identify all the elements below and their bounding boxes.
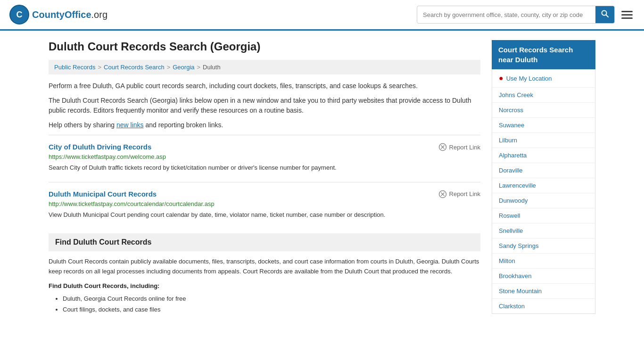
intro-para-1: Perform a free Duluth, GA public court r… xyxy=(49,81,480,91)
intro-para-2: The Duluth Court Records Search (Georgia… xyxy=(49,96,480,115)
report-icon-1 xyxy=(438,143,447,151)
resource-title-2[interactable]: Duluth Municipal Court Records xyxy=(49,190,157,198)
svg-line-4 xyxy=(606,15,609,17)
resource-url-2: http://www.ticketfastpay.com/courtcalend… xyxy=(49,200,480,207)
menu-line-1 xyxy=(621,11,633,12)
report-link-label-2: Report Link xyxy=(449,190,480,197)
resource-title-1[interactable]: City of Duluth Driving Records xyxy=(49,143,151,151)
find-list-item-1: Duluth, Georgia Court Records online for… xyxy=(63,293,480,304)
logo-text: CountyOffice.org xyxy=(32,9,107,20)
search-icon xyxy=(601,10,609,17)
sidebar-link-alpharetta[interactable]: Alpharetta xyxy=(492,148,595,163)
find-list-item-2: Court filings, dockets, and case files xyxy=(63,304,480,315)
intro-para-3-prefix: Help others by sharing xyxy=(49,121,116,129)
use-my-location-link[interactable]: ● Use My Location xyxy=(492,69,595,88)
sidebar-link-johns-creek[interactable]: Johns Creek xyxy=(492,88,595,103)
resource-desc-2: View Duluth Municipal Court pending cour… xyxy=(49,210,480,220)
breadcrumb-sep-2: > xyxy=(167,64,171,71)
sidebar-link-doraville[interactable]: Doraville xyxy=(492,163,595,178)
logo-area: C CountyOffice.org xyxy=(9,5,107,25)
sidebar-link-snellville[interactable]: Snellville xyxy=(492,223,595,239)
menu-line-2 xyxy=(621,14,633,16)
report-link-btn-1[interactable]: Report Link xyxy=(438,143,480,151)
sidebar: Court Records Search near Duluth ● Use M… xyxy=(492,40,595,315)
report-link-label-1: Report Link xyxy=(449,144,480,151)
resource-header-2: Duluth Municipal Court Records Report Li… xyxy=(49,190,480,198)
sidebar-link-sandy-springs[interactable]: Sandy Springs xyxy=(492,239,595,254)
resource-desc-1: Search City of Duluth traffic tickets re… xyxy=(49,163,480,173)
search-input[interactable] xyxy=(417,8,595,22)
intro-para-3-suffix: and reporting broken links. xyxy=(144,121,223,129)
location-dot-icon: ● xyxy=(499,74,504,82)
resource-municipal-court: Duluth Municipal Court Records Report Li… xyxy=(49,182,480,224)
search-button[interactable] xyxy=(595,6,614,23)
report-link-btn-2[interactable]: Report Link xyxy=(438,190,480,198)
breadcrumb-public-records[interactable]: Public Records xyxy=(54,64,95,71)
find-including-label: Find Duluth Court Records, including: xyxy=(49,282,480,289)
svg-text:C: C xyxy=(17,10,23,19)
sidebar-link-suwanee[interactable]: Suwanee xyxy=(492,118,595,133)
intro-para-3: Help others by sharing new links and rep… xyxy=(49,120,480,130)
logo-icon: C xyxy=(9,5,29,25)
page-title: Duluth Court Records Search (Georgia) xyxy=(49,40,480,53)
sidebar-link-brookhaven[interactable]: Brookhaven xyxy=(492,269,595,284)
sidebar-link-stone-mountain[interactable]: Stone Mountain xyxy=(492,284,595,299)
resource-header-1: City of Duluth Driving Records Report Li… xyxy=(49,143,480,151)
new-links-link[interactable]: new links xyxy=(116,121,144,129)
breadcrumb: Public Records > Court Records Search > … xyxy=(49,60,480,74)
resource-url-1: https://www.ticketfastpay.com/welcome.as… xyxy=(49,153,480,160)
sidebar-link-norcross[interactable]: Norcross xyxy=(492,103,595,118)
sidebar-content: ● Use My Location Johns Creek Norcross S… xyxy=(492,69,595,314)
find-section: Find Duluth Court Records Duluth Court R… xyxy=(49,233,480,315)
sidebar-link-milton[interactable]: Milton xyxy=(492,254,595,269)
header: C CountyOffice.org xyxy=(0,0,644,31)
header-right xyxy=(417,6,635,24)
logo-suffix: .org xyxy=(91,9,107,20)
breadcrumb-georgia[interactable]: Georgia xyxy=(173,64,194,71)
find-section-header: Find Duluth Court Records xyxy=(49,233,480,251)
menu-button[interactable] xyxy=(619,9,635,21)
find-section-desc: Duluth Court Records contain publicly av… xyxy=(49,257,480,277)
sidebar-link-clarkston[interactable]: Clarkston xyxy=(492,299,595,313)
use-my-location-label: Use My Location xyxy=(506,75,552,82)
search-bar xyxy=(417,6,615,24)
sidebar-title: Court Records Search near Duluth xyxy=(492,40,595,69)
breadcrumb-sep-1: > xyxy=(98,64,101,71)
sidebar-link-roswell[interactable]: Roswell xyxy=(492,208,595,223)
sidebar-link-lawrenceville[interactable]: Lawrenceville xyxy=(492,178,595,193)
sidebar-link-lilburn[interactable]: Lilburn xyxy=(492,133,595,148)
intro-section: Perform a free Duluth, GA public court r… xyxy=(49,81,480,130)
report-icon-2 xyxy=(438,190,447,198)
main-container: Duluth Court Records Search (Georgia) Pu… xyxy=(39,31,605,324)
find-list: Duluth, Georgia Court Records online for… xyxy=(49,293,480,315)
sidebar-link-dunwoody[interactable]: Dunwoody xyxy=(492,193,595,208)
breadcrumb-sep-3: > xyxy=(197,64,201,71)
breadcrumb-current: Duluth xyxy=(203,64,221,71)
breadcrumb-court-records-search[interactable]: Court Records Search xyxy=(104,64,165,71)
content-area: Duluth Court Records Search (Georgia) Pu… xyxy=(49,40,480,315)
resource-city-driving-records: City of Duluth Driving Records Report Li… xyxy=(49,135,480,177)
menu-line-3 xyxy=(621,17,633,19)
